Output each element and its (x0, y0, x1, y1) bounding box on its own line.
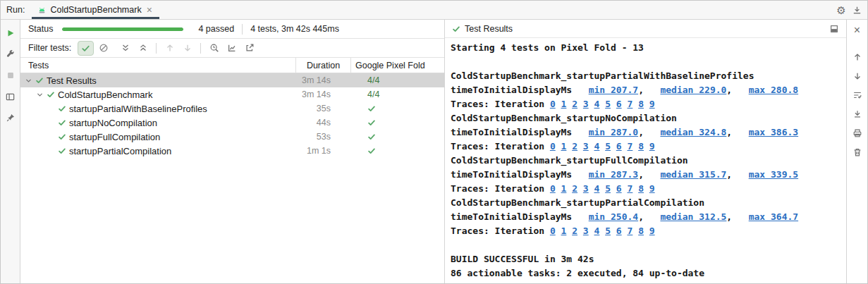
console-link[interactable]: 9 (649, 226, 655, 236)
clear-console-icon[interactable] (850, 144, 865, 160)
console-link[interactable]: 5 (605, 99, 611, 109)
test-tree-row[interactable]: startupPartialWithBaselineProfiles35s (20, 101, 444, 116)
console-link[interactable]: 7 (627, 183, 632, 194)
console-link[interactable]: min 287.0 (589, 127, 638, 137)
console-line: ColdStartupBenchmark_startupFullCompilat… (451, 154, 846, 168)
console-link[interactable]: median 229.0 (660, 85, 726, 95)
status-progress-bar (62, 27, 183, 31)
float-window-icon[interactable] (826, 21, 842, 37)
tab-close-icon[interactable]: × (147, 5, 152, 15)
test-tree-row[interactable]: Test Results3m 14s4/4 (20, 73, 444, 87)
test-name-label: Test Results (47, 75, 97, 86)
pin-icon[interactable] (3, 110, 18, 125)
main-area: Status 4 passed 4 tests, 3m 42s 445ms Fi… (1, 20, 867, 283)
console-link[interactable]: 2 (572, 226, 577, 236)
device-passed-icon (367, 147, 376, 155)
chevron-down-icon[interactable] (35, 91, 44, 99)
console-link[interactable]: 1 (561, 183, 567, 194)
console-link[interactable]: min 207.7 (589, 85, 638, 95)
console-link[interactable]: 0 (550, 141, 556, 152)
console-link[interactable]: 9 (649, 141, 655, 152)
console-link[interactable]: 0 (550, 99, 556, 109)
export-test-results-icon[interactable] (241, 41, 257, 56)
console-link[interactable]: 6 (616, 141, 622, 152)
tree-header: Tests Duration Google Pixel Fold (20, 58, 444, 73)
console-link[interactable]: 7 (627, 99, 632, 109)
console-link[interactable]: max 339.5 (749, 169, 798, 180)
show-passed-toggle[interactable] (78, 41, 94, 56)
close-icon[interactable]: × (850, 23, 865, 38)
console-link[interactable]: median 312.5 (660, 211, 726, 222)
collapse-all-button[interactable] (135, 41, 151, 56)
console-link[interactable]: median 315.7 (660, 169, 726, 180)
console-link[interactable]: 9 (649, 99, 655, 109)
console-link[interactable]: max 386.3 (749, 127, 798, 137)
test-tree-row[interactable]: ColdStartupBenchmark3m 14s4/4 (20, 87, 444, 101)
device-result (350, 147, 444, 155)
test-duration: 35s (295, 104, 350, 113)
chevron-down-icon[interactable] (24, 77, 32, 85)
console-line: Traces: Iteration 0 1 2 3 4 5 6 7 8 9 (451, 97, 846, 111)
gear-icon[interactable]: ⚙ (833, 2, 849, 18)
console-link[interactable]: 8 (638, 183, 644, 194)
console-link[interactable]: 8 (638, 99, 644, 109)
console-link[interactable]: 0 (550, 226, 556, 236)
column-header-duration[interactable]: Duration (295, 58, 350, 73)
test-passed-icon (58, 147, 66, 155)
console-link[interactable]: 2 (572, 183, 577, 194)
console-link[interactable]: 8 (638, 226, 644, 236)
console-line: ColdStartupBenchmark_startupPartialCompi… (451, 196, 846, 210)
console-link[interactable]: 0 (550, 183, 556, 194)
console-link[interactable]: 7 (627, 226, 632, 236)
console-link[interactable]: 6 (616, 226, 622, 236)
test-tree-row[interactable]: startupPartialCompilation1m 1s (20, 144, 444, 158)
wrench-icon[interactable] (3, 47, 18, 62)
restore-layout-icon[interactable] (3, 89, 18, 104)
console-link[interactable]: 3 (583, 183, 589, 194)
column-header-device[interactable]: Google Pixel Fold (350, 58, 444, 73)
divider (156, 43, 157, 54)
expand-all-button[interactable] (117, 41, 133, 56)
console-link[interactable]: 4 (594, 183, 600, 194)
import-test-results-icon[interactable] (224, 41, 240, 56)
console-link[interactable]: 6 (616, 99, 622, 109)
console-link[interactable]: max 280.8 (749, 85, 798, 95)
console-link[interactable]: 8 (638, 141, 644, 152)
test-tree-row[interactable]: startupNoCompilation44s (20, 116, 444, 130)
print-icon[interactable] (850, 125, 865, 141)
console-link[interactable]: median 324.8 (660, 127, 726, 137)
console-link[interactable]: 5 (605, 183, 611, 194)
console-link[interactable]: 9 (649, 183, 655, 194)
test-tree-row[interactable]: startupFullCompilation53s (20, 130, 444, 144)
console-link[interactable]: 4 (594, 226, 600, 236)
console-link[interactable]: 3 (583, 141, 589, 152)
console-link[interactable]: 4 (594, 141, 600, 152)
rerun-tests-icon[interactable] (3, 25, 18, 41)
tab-coldstartupbenchmark[interactable]: ColdStartupBenchmark × (32, 1, 159, 19)
console-link[interactable]: 2 (572, 141, 577, 152)
console-link[interactable]: 6 (616, 183, 622, 194)
console-link[interactable]: 3 (583, 226, 589, 236)
console-link[interactable]: 1 (561, 141, 567, 152)
console-link[interactable]: 2 (572, 99, 577, 109)
test-history-icon[interactable] (206, 41, 222, 56)
console-link[interactable]: min 287.3 (589, 169, 638, 180)
up-stack-trace-icon[interactable] (850, 49, 865, 65)
soft-wrap-icon[interactable] (850, 87, 865, 103)
show-ignored-toggle[interactable] (95, 41, 111, 56)
console-link[interactable]: 4 (594, 99, 600, 109)
hide-icon[interactable] (849, 2, 864, 18)
column-header-tests[interactable]: Tests (20, 58, 295, 73)
console-link[interactable]: 3 (583, 99, 589, 109)
console-link[interactable]: max 364.7 (749, 211, 798, 222)
console-link[interactable]: 1 (561, 226, 567, 236)
test-passed-icon (58, 104, 66, 113)
scroll-to-end-icon[interactable] (850, 106, 865, 122)
console-link[interactable]: 5 (605, 141, 611, 152)
console-link[interactable]: min 250.4 (589, 211, 638, 222)
console-link[interactable]: 7 (627, 141, 632, 152)
down-stack-trace-icon[interactable] (850, 68, 865, 84)
console-link[interactable]: 1 (561, 99, 567, 109)
test-passed-icon (58, 118, 66, 127)
console-link[interactable]: 5 (605, 226, 611, 236)
